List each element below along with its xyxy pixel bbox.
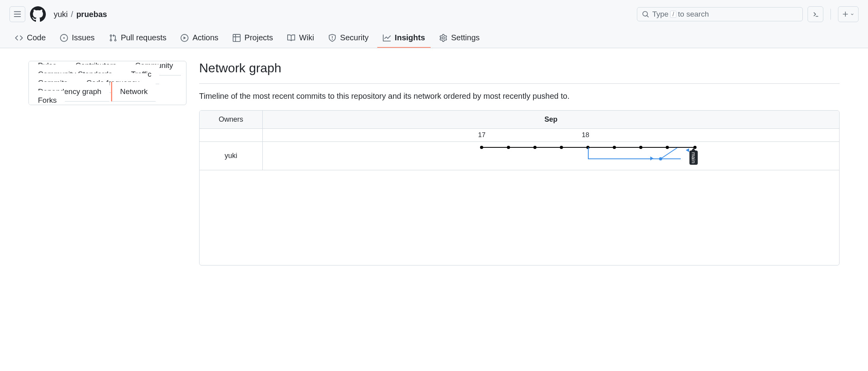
breadcrumb-repo-link[interactable]: pruebas <box>76 10 107 19</box>
tab-security[interactable]: Security <box>323 28 374 48</box>
pr-icon <box>109 34 117 42</box>
issue-icon <box>60 34 68 42</box>
separator <box>830 9 831 20</box>
breadcrumb-separator: / <box>71 10 73 19</box>
code-icon <box>15 34 23 42</box>
tab-pull-requests[interactable]: Pull requests <box>104 28 172 48</box>
plus-icon <box>842 11 849 18</box>
hamburger-icon <box>13 10 21 18</box>
month-header: Sep <box>263 111 839 128</box>
tab-insights[interactable]: Insights <box>377 28 431 48</box>
chevron-down-icon <box>850 12 855 17</box>
insights-sidebar: Pulse Contributors Community Community S… <box>28 61 186 266</box>
gear-icon <box>439 34 447 42</box>
search-key-hint: / <box>670 11 676 18</box>
sidebar-item-forks[interactable]: Forks <box>29 90 65 105</box>
tab-label: Projects <box>245 33 273 42</box>
page-subtitle: Timeline of the most recent commits to t… <box>199 92 840 101</box>
tab-projects[interactable]: Projects <box>227 28 279 48</box>
sidebar-item-network[interactable]: Network <box>111 82 156 102</box>
play-icon <box>181 34 188 42</box>
owners-header: Owners <box>200 111 263 128</box>
repo-nav: Code Issues Pull requests Actions Projec… <box>0 28 868 48</box>
github-logo[interactable] <box>30 6 46 22</box>
branch-label[interactable]: main <box>689 151 698 165</box>
graph-canvas[interactable]: main <box>263 142 839 170</box>
hamburger-menu-button[interactable] <box>9 6 25 22</box>
divider <box>199 83 840 84</box>
search-icon <box>642 11 649 18</box>
merge-line <box>661 147 680 160</box>
tab-label: Code <box>27 33 46 42</box>
tab-label: Security <box>340 33 369 42</box>
graph-icon <box>383 34 391 42</box>
search-placeholder: Type / to search <box>652 10 709 19</box>
network-graph[interactable]: Owners Sep 17 18 yuki <box>199 110 840 266</box>
shield-icon <box>328 34 336 42</box>
tab-wiki[interactable]: Wiki <box>282 28 320 48</box>
tab-code[interactable]: Code <box>9 28 51 48</box>
search-input[interactable]: Type / to search <box>637 7 803 21</box>
tab-actions[interactable]: Actions <box>175 28 224 48</box>
tab-label: Insights <box>395 33 425 42</box>
tab-label: Pull requests <box>121 33 167 42</box>
table-icon <box>233 34 241 42</box>
tab-label: Actions <box>192 33 218 42</box>
terminal-icon <box>812 10 819 18</box>
tab-label: Settings <box>451 33 480 42</box>
tab-label: Issues <box>72 33 95 42</box>
tab-settings[interactable]: Settings <box>434 28 485 48</box>
tab-label: Wiki <box>299 33 314 42</box>
day-label: 17 <box>478 131 486 139</box>
svg-line-0 <box>661 148 677 159</box>
page-title: Network graph <box>199 61 840 75</box>
command-palette-button[interactable] <box>808 6 823 22</box>
book-icon <box>287 34 295 42</box>
breadcrumb-owner-link[interactable]: yuki <box>54 10 68 19</box>
create-new-button[interactable] <box>838 6 859 22</box>
breadcrumb: yuki / pruebas <box>54 10 107 19</box>
tab-issues[interactable]: Issues <box>55 28 100 48</box>
github-icon <box>30 6 46 22</box>
day-label: 18 <box>582 131 589 139</box>
owner-row-label: yuki <box>200 142 263 170</box>
